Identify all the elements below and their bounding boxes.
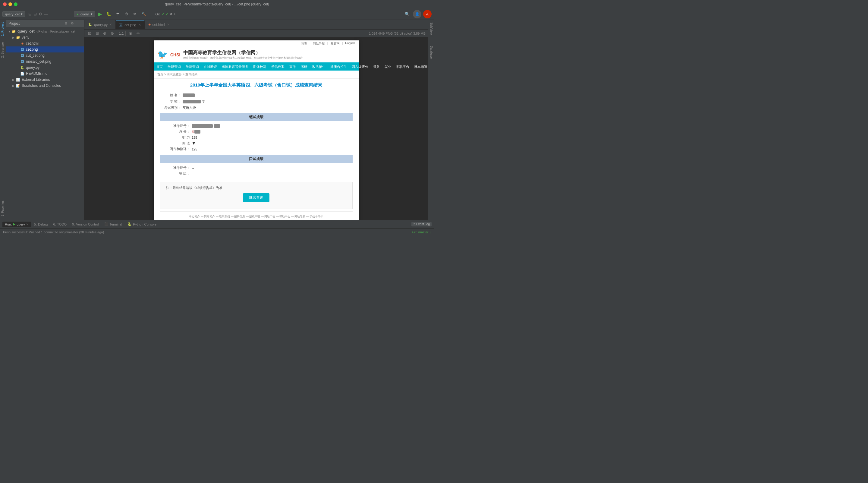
sidebar-close-btn[interactable]: — — [76, 22, 82, 26]
tree-item-scratches[interactable]: ▶ 📝 Scratches and Consoles — [6, 83, 84, 89]
footer-links: 中心简介 — 网站简介 — 联系我们 — 招聘信息 — 版权声明 — 网站广告 … — [163, 215, 349, 219]
account-icon[interactable]: A — [423, 10, 432, 19]
exam-value: 英语六级 — [183, 105, 196, 110]
run-config-dropdown-icon: ▾ — [91, 12, 93, 16]
query-py-tab-close[interactable]: ✕ — [110, 23, 112, 26]
cet-html-tab-icon: ◈ — [148, 23, 151, 27]
oral-id-row: 准考证号： -- — [166, 165, 347, 170]
run-tab-close[interactable]: ✕ — [26, 223, 29, 226]
event-log-badge[interactable]: 2 Event Log — [411, 222, 432, 227]
debug-panel-tab[interactable]: 5: Debug — [32, 222, 50, 227]
python-console-icon: 🐍 — [127, 222, 132, 226]
vcs-panel-tab[interactable]: 9: Version Control — [70, 222, 101, 227]
nav-edu-net[interactable]: 教育网 — [331, 41, 340, 46]
cet-html-tab-close[interactable]: ✕ — [167, 23, 169, 26]
git-revert[interactable]: ↩ — [174, 12, 176, 16]
tree-item-readme[interactable]: 📄 README.md — [6, 70, 84, 77]
traffic-lights[interactable] — [3, 2, 18, 6]
nav-cet[interactable]: 四六级查分 — [349, 63, 371, 70]
site-top-nav: 首页 | 网站导航 | 教育网 | English — [154, 40, 359, 47]
debug-button[interactable]: 🐛 — [105, 11, 113, 17]
close-button[interactable] — [3, 2, 7, 6]
nav-xuezhi[interactable]: 学职平台 — [394, 63, 412, 70]
nav-gangao[interactable]: 港澳台招生 — [328, 63, 349, 70]
tab-project[interactable]: 1: Project — [0, 20, 6, 38]
python-console-tab[interactable]: 🐍 Python Console — [125, 221, 159, 227]
tree-item-mosaic-cet[interactable]: 🖼 mosaic_cet.png — [6, 59, 84, 64]
nav-xuli[interactable]: 学历查询 — [183, 63, 201, 70]
project-button[interactable]: query_cet ▾ — [2, 11, 25, 17]
tree-item-venv[interactable]: ▶ 📁 venv — [6, 34, 84, 40]
zoom-in-btn[interactable]: ⊕ — [102, 30, 107, 36]
tab-structure[interactable]: 2: Structure — [0, 40, 6, 60]
split-icon[interactable]: ⊟ — [33, 12, 37, 16]
right-tab-database[interactable]: Database — [428, 43, 434, 61]
zoom-out-btn[interactable]: ⊖ — [110, 30, 115, 36]
sidebar-gear-btn[interactable]: ⚙ — [70, 21, 75, 26]
git-branch-status[interactable]: Git: master ↑ — [412, 230, 431, 234]
tree-root[interactable]: ▼ 📁 query_cet ~/PycharmProjects/query_ce… — [6, 28, 84, 34]
nav-abroad[interactable]: 出国教育背景服务 — [219, 63, 251, 70]
tab-query-py[interactable]: 🐍 query.py ✕ — [84, 20, 116, 30]
eyedropper-btn[interactable]: ✏ — [135, 30, 141, 36]
nav-image[interactable]: 图像校对 — [251, 63, 269, 70]
build-button[interactable]: 🔨 — [140, 11, 148, 17]
run-panel-tab[interactable]: Run: ▶ query ✕ — [2, 221, 31, 227]
git-section: Git: ✓ ✓ ↺ ↩ — [156, 12, 176, 16]
user-avatar[interactable]: 👤 — [413, 10, 421, 19]
tab-cet-png[interactable]: 🖼 cet.png ✕ — [116, 20, 144, 30]
sidebar-layout-btn[interactable]: ⊞ — [64, 21, 68, 26]
oral-level-value: -- — [192, 172, 194, 176]
profile-button[interactable]: ⏱ — [123, 11, 130, 17]
tree-item-query-py[interactable]: 🐍 query.py — [6, 64, 84, 70]
nav-verify[interactable]: 在线验证 — [201, 63, 219, 70]
terminal-icon: ⬛ — [104, 222, 108, 226]
vcs-label: Version Control — [76, 222, 98, 226]
run-config-selector[interactable]: ● query ▾ — [74, 11, 95, 17]
nav-archive[interactable]: 学信档案 — [269, 63, 287, 70]
right-tab-sideview[interactable]: SideView — [428, 20, 434, 37]
terminal-panel-tab[interactable]: ⬛ Terminal — [102, 221, 125, 227]
person-info: 姓 名： 学 校： 学 考试级别： 英语六级 — [160, 93, 352, 110]
nav-gaokao[interactable]: 高考 — [287, 63, 299, 70]
background-btn[interactable]: ▣ — [127, 30, 133, 36]
image-preview[interactable]: 首页 | 网站导航 | 教育网 | English 🐦 CHSI — [84, 37, 428, 220]
continue-query-button[interactable]: 继续查询 — [243, 193, 270, 202]
git-refresh[interactable]: ↺ — [170, 12, 173, 16]
nav-english[interactable]: English — [345, 41, 355, 46]
tree-item-cet-png[interactable]: 🖼 cet.png — [6, 47, 84, 53]
tree-item-cet-html[interactable]: ◈ cet.html — [6, 40, 84, 47]
status-bar: Push successful: Pushed 1 commit to orig… — [0, 228, 434, 236]
nav-site-guide[interactable]: 网站导航 — [313, 41, 325, 46]
cut-cet-icon: 🖼 — [20, 53, 25, 58]
coverage-button[interactable]: ☂ — [115, 11, 121, 17]
nav-japan[interactable]: 日本频道 — [412, 63, 428, 70]
tree-item-cut-cet[interactable]: 🖼 cut_cet.png — [6, 53, 84, 59]
nav-index[interactable]: 首页 — [154, 63, 165, 70]
nav-kaoyan[interactable]: 考研 — [299, 63, 310, 70]
maximize-button[interactable] — [14, 2, 18, 6]
tab-favorites[interactable]: 2: Favorites — [0, 198, 6, 219]
fit-page-btn[interactable]: ⊡ — [87, 30, 93, 36]
nav-zhengbing[interactable]: 征兵 — [371, 63, 382, 70]
site-title-block: 中国高等教育学生信息网（学信网） 教育部学历查询网站、教育部高校招生阳光工程指定… — [183, 50, 303, 60]
todo-panel-tab[interactable]: 6: TODO — [51, 222, 69, 227]
nav-xuejia[interactable]: 学籍查询 — [165, 63, 183, 70]
python-console-label: Python Console — [133, 222, 156, 226]
run-button[interactable]: ▶ — [97, 10, 103, 18]
oral-id-value: -- — [192, 166, 194, 170]
concurrency-button[interactable]: ≋ — [132, 11, 138, 17]
nav-home[interactable]: 首页 — [301, 41, 307, 46]
search-button[interactable]: 🔍 — [403, 11, 411, 17]
tab-cet-html[interactable]: ◈ cet.html ✕ — [145, 20, 173, 30]
nav-zhengfa[interactable]: 政法招生 — [310, 63, 328, 70]
minimize-button[interactable] — [8, 2, 12, 6]
cet-png-tab-close[interactable]: ✕ — [138, 23, 141, 27]
layout-icon[interactable]: ⊞ — [28, 12, 32, 16]
settings-icon[interactable]: ⚙ — [38, 12, 42, 16]
close-panel-icon[interactable]: — — [44, 12, 48, 16]
run-icon: ▶ — [13, 222, 16, 226]
tree-item-external-libs[interactable]: ▶ 📊 External Libraries — [6, 77, 84, 83]
nav-jiuye[interactable]: 就业 — [382, 63, 394, 70]
actual-size-btn[interactable]: ⊞ — [94, 30, 100, 36]
